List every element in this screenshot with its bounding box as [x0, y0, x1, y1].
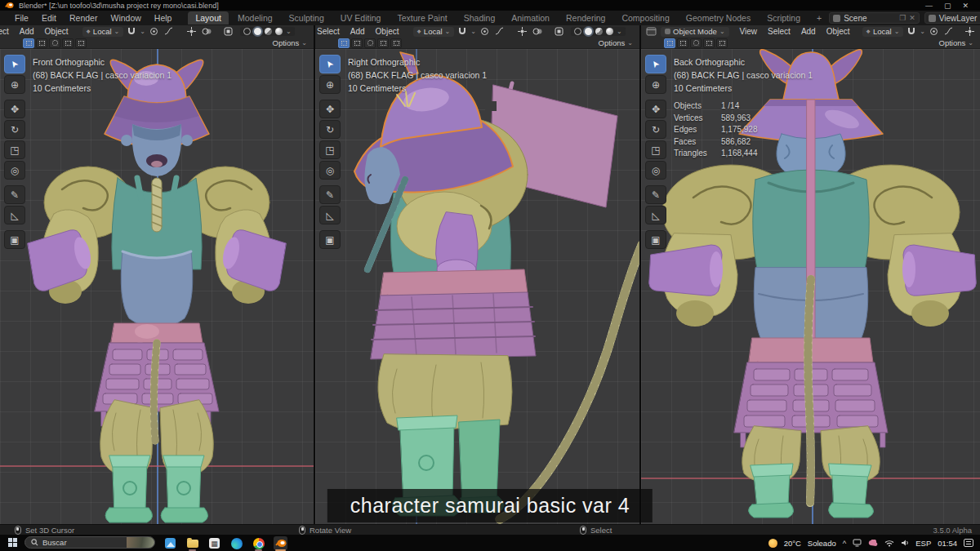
clock[interactable]: 01:54 [938, 539, 957, 548]
show-gizmo-icon[interactable] [964, 26, 976, 37]
select-mode-paint[interactable] [75, 38, 87, 48]
snapping-dropdown-icon[interactable]: ⌄ [470, 29, 476, 35]
taskbar-app-file-explorer[interactable] [185, 536, 199, 550]
xray-toggle-icon[interactable] [222, 26, 234, 37]
select-mode-lasso[interactable] [62, 38, 74, 48]
menu-render[interactable]: Render [63, 12, 104, 24]
select-mode-box[interactable] [677, 38, 688, 48]
snapping-dropdown-icon[interactable]: ⌄ [920, 29, 925, 35]
shading-solid-icon[interactable] [254, 28, 261, 35]
weather-sun-icon[interactable] [768, 539, 777, 548]
transform-orientation-dropdown[interactable]: ⌖ Local ⌄ [82, 27, 124, 37]
start-button[interactable] [8, 538, 18, 548]
menu-select[interactable]: Select [315, 27, 345, 36]
menu-add[interactable]: Add [15, 27, 39, 36]
viewport-canvas-front[interactable]: ➤ ⊕ ✥ ↻ ◳ ◎ ✎ ◺ ▣ Front Orthographic (68… [0, 49, 314, 524]
tool-transform[interactable]: ◎ [645, 161, 666, 180]
proportional-editing-icon[interactable] [479, 26, 491, 37]
tool-select-box[interactable]: ➤ [319, 55, 341, 73]
menu-select[interactable]: Select [0, 27, 14, 36]
tool-measure[interactable]: ◺ [319, 206, 341, 224]
show-gizmo-icon[interactable] [185, 26, 198, 37]
tool-scale[interactable]: ◳ [4, 140, 25, 159]
select-mode-tweak[interactable] [664, 38, 675, 48]
tool-cursor[interactable]: ⊕ [319, 75, 341, 94]
select-mode-circle[interactable] [364, 38, 376, 48]
taskbar-app-blender[interactable] [274, 536, 287, 550]
viewport-canvas-right[interactable]: ➤ ⊕ ✥ ↻ ◳ ◎ ✎ ◺ ▣ Right Orthographic (68… [315, 49, 639, 524]
menu-select[interactable]: Select [763, 27, 795, 36]
falloff-curve-icon[interactable] [942, 26, 955, 37]
select-mode-tweak[interactable] [23, 38, 34, 48]
xray-toggle-icon[interactable] [553, 26, 565, 37]
tab-shading[interactable]: Shading [457, 11, 503, 24]
falloff-curve-icon[interactable] [493, 26, 506, 37]
select-mode-box[interactable] [351, 38, 363, 48]
options-dropdown[interactable]: Options⌄ [273, 38, 307, 47]
tab-animation[interactable]: Animation [504, 11, 557, 24]
notification-center-icon[interactable] [964, 539, 973, 547]
falloff-curve-icon[interactable] [163, 26, 175, 37]
options-dropdown[interactable]: Options⌄ [939, 38, 973, 47]
show-gizmo-icon[interactable] [516, 26, 528, 37]
tool-move[interactable]: ✥ [4, 100, 25, 118]
menu-add[interactable]: Add [345, 27, 370, 36]
scene-selector[interactable]: Scene ❐ ✕ [829, 12, 920, 24]
shading-solid-icon[interactable] [585, 28, 592, 35]
close-icon[interactable]: ✕ [962, 2, 969, 10]
mode-dropdown[interactable]: Object Mode ⌄ [661, 27, 729, 37]
maximize-icon[interactable]: ▢ [944, 2, 951, 10]
search-highlight-image[interactable] [127, 536, 154, 549]
tab-compositing[interactable]: Compositing [614, 11, 676, 24]
select-mode-lasso[interactable] [377, 38, 389, 48]
wifi-icon[interactable] [884, 540, 894, 547]
tool-measure[interactable]: ◺ [4, 206, 25, 224]
shading-wireframe-icon[interactable] [574, 28, 581, 35]
tab-rendering[interactable]: Rendering [559, 11, 612, 24]
tool-rotate[interactable]: ↻ [319, 120, 341, 139]
samurai-model-side[interactable] [322, 51, 639, 524]
taskbar-app-photos[interactable] [163, 536, 177, 550]
options-dropdown[interactable]: Options⌄ [599, 38, 633, 47]
tool-rotate[interactable]: ↻ [4, 120, 25, 139]
samurai-model-front[interactable] [18, 54, 296, 524]
tool-scale[interactable]: ◳ [319, 140, 341, 159]
tool-add-cube[interactable]: ▣ [319, 230, 341, 249]
tray-chevron-up-icon[interactable]: ^ [843, 539, 846, 548]
taskbar-app-edge[interactable] [229, 536, 243, 550]
menu-object[interactable]: Object [40, 27, 74, 36]
select-mode-circle[interactable] [49, 38, 60, 48]
shading-rendered-icon[interactable] [606, 28, 613, 35]
tool-cursor[interactable]: ⊕ [645, 75, 666, 94]
copy-scene-icon[interactable]: ❐ [899, 14, 906, 22]
tool-move[interactable]: ✥ [645, 100, 666, 118]
menu-file[interactable]: File [8, 12, 35, 24]
tab-scripting[interactable]: Scripting [760, 11, 808, 24]
menu-help[interactable]: Help [148, 12, 179, 24]
tool-add-cube[interactable]: ▣ [4, 230, 25, 249]
tool-transform[interactable]: ◎ [4, 161, 25, 180]
shading-material-icon[interactable] [265, 28, 272, 35]
menu-view[interactable]: View [735, 27, 763, 36]
tool-select-box[interactable]: ➤ [4, 55, 25, 73]
menu-object[interactable]: Object [822, 27, 855, 36]
tab-uv-editing[interactable]: UV Editing [333, 11, 389, 24]
menu-window[interactable]: Window [104, 12, 147, 24]
volume-icon[interactable] [901, 539, 909, 547]
select-mode-paint[interactable] [716, 38, 728, 48]
tab-texture-paint[interactable]: Texture Paint [390, 11, 454, 24]
tool-annotate[interactable]: ✎ [645, 185, 666, 204]
tab-sculpting[interactable]: Sculpting [282, 11, 332, 24]
tool-rotate[interactable]: ↻ [645, 120, 666, 139]
editor-type-icon[interactable] [644, 26, 658, 37]
taskbar-search[interactable] [24, 536, 155, 549]
taskbar-app-chrome[interactable] [252, 536, 265, 550]
tool-transform[interactable]: ◎ [319, 161, 341, 180]
viewlayer-selector[interactable]: ViewLayer ❐ ✕ [924, 12, 980, 24]
transform-orientation-dropdown[interactable]: ⌖ Local ⌄ [413, 27, 455, 37]
tool-scale[interactable]: ◳ [645, 140, 666, 159]
proportional-editing-icon[interactable] [928, 26, 940, 37]
minimize-icon[interactable]: — [925, 2, 933, 10]
tool-add-cube[interactable]: ▣ [645, 230, 666, 249]
tab-add-workspace[interactable]: + [809, 11, 829, 24]
